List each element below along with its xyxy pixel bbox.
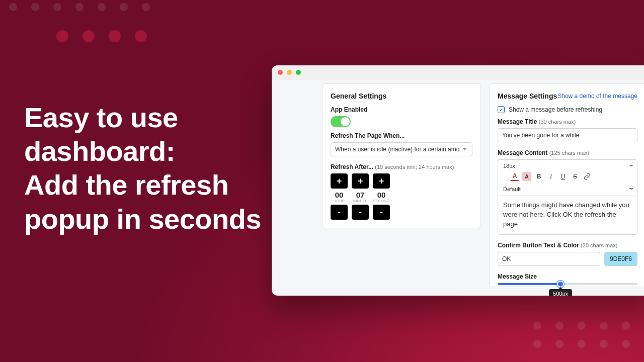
dashboard-content: General Settings App Enabled Refresh The… [322,83,644,296]
window-minimize-icon[interactable] [287,70,292,75]
app-enabled-label: App Enabled [331,106,472,113]
dashboard-window: General Settings App Enabled Refresh The… [272,65,644,296]
confirm-button-label: Confirm Button Text & Color (20 chars ma… [498,242,637,249]
message-title-label: Message Title (30 chars max) [498,118,637,125]
hour-value: 00 [331,191,348,199]
bold-button[interactable]: B [534,172,543,181]
hour-minus-button[interactable]: - [331,205,348,220]
second-value: 00 [373,191,390,199]
app-enabled-toggle[interactable] [331,116,351,127]
window-close-icon[interactable] [278,70,283,75]
marketing-stage: Easy to use dashboard: Add the refresh p… [0,0,644,362]
font-size-select[interactable]: 18px [502,162,633,170]
refresh-after-label: Refresh After... (10 seconds min; 24 hou… [331,163,472,170]
second-plus-button[interactable]: + [373,173,390,189]
highlight-color-button[interactable]: A [522,172,531,181]
text-color-button[interactable]: A [510,172,519,181]
dots-bottom-right [533,322,630,358]
refresh-when-select[interactable]: When a user is idle (inactive) for a cer… [331,142,472,156]
message-size-label: Message Size [498,273,637,280]
message-title-input[interactable] [498,128,637,142]
refresh-after-hint: (10 seconds min; 24 hours max) [375,164,454,170]
link-icon [584,173,591,180]
hour-plus-button[interactable]: + [331,173,348,189]
tagline-text: Easy to use dashboard: Add the refresh p… [24,101,261,236]
show-demo-link[interactable]: Show a demo of the message [557,93,637,100]
general-settings-title: General Settings [331,92,386,100]
second-unit-label: SECOND [373,199,390,203]
minute-value: 07 [352,191,369,199]
message-settings-title: Message Settings [498,92,557,100]
show-before-refresh-checkbox[interactable]: ✓ Show a message before refreshing [498,106,637,113]
font-family-select[interactable]: Default [502,185,633,193]
message-content-label: Message Content (125 chars max) [498,149,637,156]
italic-button[interactable]: I [546,172,555,181]
minute-minus-button[interactable]: - [352,205,369,220]
dots-top-left [9,3,150,21]
message-settings-panel: Message Settings Show a demo of the mess… [489,83,644,287]
minute-unit-label: MINUTE [352,199,369,203]
time-stepper: + 00 HOUR - + 07 MINUTE - + 00 SECON [331,173,472,220]
strikethrough-button[interactable]: S [571,172,580,181]
refresh-when-label: Refresh The Page When... [331,132,472,139]
message-content-textarea[interactable]: Some things might have changed while you… [498,196,637,234]
second-minus-button[interactable]: - [373,205,390,220]
message-size-slider[interactable]: 500px [498,283,637,285]
window-zoom-icon[interactable] [296,70,301,75]
editor-toolbar: 18px A A B I U S Default [498,160,637,196]
window-titlebar [272,65,644,79]
underline-button[interactable]: U [558,172,568,181]
check-icon: ✓ [498,106,505,113]
dots-big [56,30,147,52]
link-button[interactable] [583,172,592,181]
confirm-color-picker[interactable]: 9DE0F6 [604,252,637,266]
slider-tooltip: 500px [549,289,572,296]
confirm-text-input[interactable] [498,252,600,266]
minute-plus-button[interactable]: + [352,173,369,189]
hour-unit-label: HOUR [331,199,348,203]
general-settings-panel: General Settings App Enabled Refresh The… [322,83,481,228]
show-before-refresh-label: Show a message before refreshing [509,106,602,113]
rich-text-editor: 18px A A B I U S Default Som [498,159,637,235]
